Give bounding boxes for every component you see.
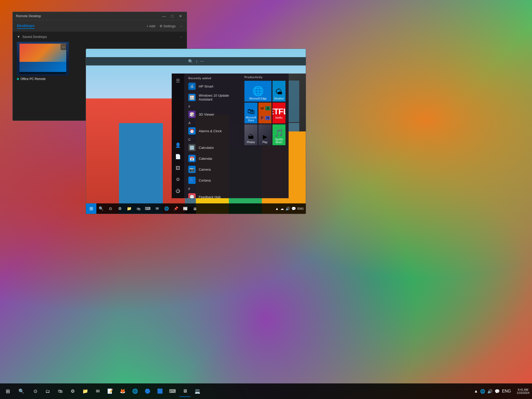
desktop-card[interactable]: ··· Office PC Remote [17,42,69,81]
remote-tray-cloud[interactable]: ☁ [280,207,284,211]
taskbar-rd[interactable]: 🖥 [179,385,191,397]
office-ppt-icon: P [260,116,265,120]
remote-taskview[interactable]: ⊙ [106,204,115,213]
app-feedback-hub-label: Feedback Hub [199,195,221,198]
taskbar-store[interactable]: 🛍 [55,385,66,397]
app-calculator[interactable]: 🔢 Calculator [184,142,241,153]
app-calculator-label: Calculator [199,146,214,150]
rd-toolbar: Desktops + Add ⚙ Settings ··· [13,20,187,32]
taskbar-file-explorer[interactable]: 🗂 [42,385,54,397]
tile-weather[interactable]: 🌤 Weather [272,81,285,102]
remote-news[interactable]: 📰 [181,204,190,213]
rd-more-button[interactable]: ··· [180,24,183,28]
edge-tile-label: Microsoft Edge [249,97,267,100]
app-alarms-label: Alarms & Clock [199,129,222,133]
app-camera[interactable]: 📷 Camera [184,164,241,175]
app-calendar[interactable]: 📅 Calendar [184,153,241,164]
main-more-icon[interactable]: ··· [200,59,204,64]
taskbar-firefox[interactable]: 🦊 [117,385,128,397]
tile-ms-store[interactable]: 🛍 Microsoft Store [244,103,257,123]
app-win10-update-label: Windows 10 Update Assistant [199,94,237,101]
sidebar-power[interactable]: ⏻ [173,186,183,196]
tile-office[interactable]: W X P N [258,103,271,123]
tray-network[interactable]: 🌐 [480,389,485,394]
ms-store-tile-icon: 🛍 [247,107,255,116]
remote-tray-lang[interactable]: ENG [297,207,304,210]
sidebar-document[interactable]: 📄 [173,151,183,162]
rd-desktops-tab[interactable]: Desktops [17,23,35,29]
sidebar-user[interactable]: 👤 [173,140,183,150]
app-feedback-hub[interactable]: 💬 Feedback Hub [184,191,241,198]
tray-notification[interactable]: 💬 [495,389,500,394]
sidebar-settings[interactable]: ⚙ [173,174,183,185]
blue-building [119,123,163,214]
remote-pin[interactable]: 📌 [171,204,181,213]
office-excel-icon: X [265,106,270,110]
remote-tray-chat[interactable]: 💬 [291,207,296,211]
sidebar-hamburger[interactable]: ☰ [173,76,183,86]
taskbar-settings[interactable]: ⚙ [67,385,78,397]
saved-desktops-chevron: ▼ [17,35,20,39]
taskbar-store2[interactable]: 🟦 [154,385,166,397]
taskbar-task-view[interactable]: ⊙ [30,385,41,397]
main-toolbar-strip: 🔍 | ··· [86,57,306,65]
tile-photos[interactable]: 🏔 Photos [244,124,257,145]
app-win10-update[interactable]: 🪟 Windows 10 Update Assistant [184,92,241,103]
app-3d-viewer[interactable]: 🎲 3D Viewer [184,109,241,120]
tile-spotify[interactable]: 🎵 Spotify Music [272,124,285,145]
desktop-card-more[interactable]: ··· [61,44,67,50]
3d-viewer-icon: 🎲 [188,111,196,118]
remote-mail[interactable]: ✉ [152,204,162,213]
remote-tray-chevron[interactable]: ▲ [275,207,279,211]
alarms-icon: ⏰ [188,127,196,135]
rd-title-text: Remote Desktop [16,14,161,18]
app-alarms[interactable]: ⏰ Alarms & Clock [184,125,241,136]
host-clock[interactable]: 9:41 AM 1/15/2024 [514,388,532,394]
taskbar-terminal[interactable]: ⌨ [167,385,178,397]
spotify-tile-label: Spotify Music [274,138,284,144]
play-tile-label: Play [262,141,267,144]
rd-window-controls: — □ ✕ [161,14,184,19]
host-start-button[interactable]: ⊞ [0,383,16,399]
divider-f: F [184,186,241,191]
start-menu: ☰ 👤 📄 🖼 ⚙ ⏻ Recently added 🖨 HP Smart 🪟 … [172,74,289,198]
tray-volume[interactable]: 🔊 [487,389,493,394]
saved-desktops-more[interactable]: ··· [180,35,183,39]
photos-tile-icon: 🏔 [248,134,254,140]
feedback-hub-icon: 💬 [188,193,196,198]
rd-settings-button[interactable]: ⚙ Settings [159,24,176,28]
remote-search-icon[interactable]: 🔍 [96,204,106,213]
rd-close-button[interactable]: ✕ [177,14,184,19]
tray-language[interactable]: ENG [502,389,511,394]
tray-chevron[interactable]: ▲ [474,389,478,394]
remote-terminal[interactable]: ⌨ [143,204,152,213]
remote-tray-volume[interactable]: 🔊 [285,207,290,211]
sidebar-picture[interactable]: 🖼 [173,163,183,173]
app-hp-smart[interactable]: 🖨 HP Smart [184,81,241,92]
tile-play[interactable]: ▶ Play [258,124,271,145]
tile-netflix[interactable]: NETFLIX Netflix [272,103,285,123]
app-cortana[interactable]: 🔵 Cortana [184,175,241,186]
office-one-icon: N [265,116,270,120]
main-zoom-icon[interactable]: 🔍 [188,59,193,64]
taskbar-word[interactable]: 📝 [104,385,116,397]
rd-add-button[interactable]: + Add [147,24,155,28]
tile-microsoft-edge[interactable]: 🌐 Microsoft Edge [244,81,271,102]
remote-start-button[interactable]: ⊞ [86,203,96,214]
remote-edge[interactable]: 🌐 [162,204,171,213]
remote-settings[interactable]: ⚙ [115,204,124,213]
taskbar-rd2[interactable]: 💻 [192,385,203,397]
taskbar-folder[interactable]: 📁 [79,385,91,397]
rd-maximize-button[interactable]: □ [169,14,175,19]
taskbar-edge[interactable]: 🌐 [129,385,141,397]
remote-store[interactable]: 🛍 [134,204,143,213]
taskbar-mail[interactable]: ✉ [92,385,103,397]
remote-screen[interactable]: 🖥 [190,204,199,213]
remote-taskbar: ⊞ 🔍 ⊙ ⚙ 📁 🛍 ⌨ ✉ 🌐 📌 📰 🖥 ▲ ☁ 🔊 💬 ENG [86,203,306,214]
netflix-tile-icon: NETFLIX [272,107,285,116]
remote-explorer[interactable]: 📁 [124,204,134,213]
netflix-tile-label: Netflix [275,116,283,119]
rd-minimize-button[interactable]: — [161,14,167,19]
taskbar-edge2[interactable]: 🔵 [142,385,153,397]
host-search-icon[interactable]: 🔍 [16,385,27,397]
